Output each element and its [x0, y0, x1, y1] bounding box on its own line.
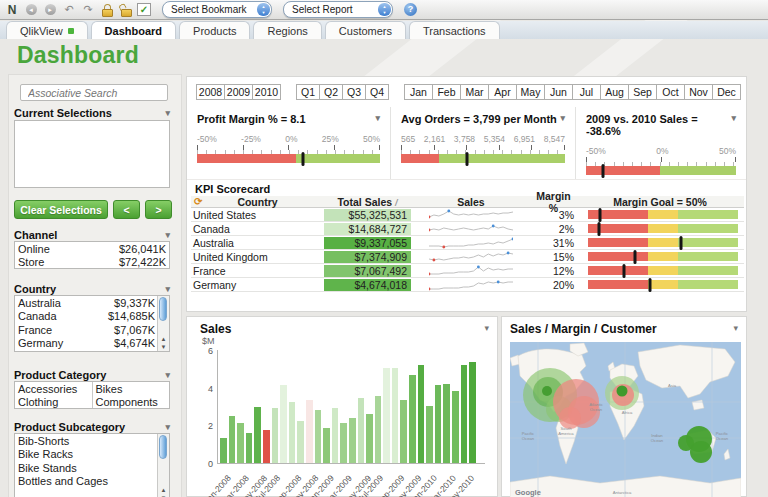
- col-header-sales[interactable]: Sales: [411, 196, 531, 208]
- filter-year-2008[interactable]: 2008: [196, 84, 225, 100]
- tab-regions[interactable]: Regions: [253, 21, 321, 39]
- sales-bar-Jun-2010[interactable]: [469, 362, 476, 463]
- filter-quarter-q4[interactable]: Q4: [365, 84, 389, 100]
- sales-bar-Jul-2008[interactable]: [272, 408, 279, 463]
- list-item[interactable]: Bike Stands: [15, 461, 158, 475]
- sales-bar-Feb-2009[interactable]: [332, 408, 339, 463]
- filter-month-jul[interactable]: Jul: [572, 84, 601, 100]
- list-item[interactable]: Components: [93, 396, 170, 410]
- sales-bar-May-2009[interactable]: [358, 398, 365, 463]
- table-row[interactable]: United Kingdom$7,374,90915%: [191, 250, 744, 264]
- bookmark-select[interactable]: Select Bookmark ▲▼: [162, 1, 272, 18]
- chevron-down-icon[interactable]: ▾: [560, 113, 565, 125]
- forward-selection-button[interactable]: >: [145, 200, 172, 219]
- filter-month-nov[interactable]: Nov: [684, 84, 713, 100]
- sales-bar-Jun-2008[interactable]: [263, 430, 270, 463]
- chevron-down-icon[interactable]: ▾: [731, 113, 736, 137]
- scroll-up-icon[interactable]: ▲: [158, 336, 169, 342]
- filter-year-2009[interactable]: 2009: [224, 84, 253, 100]
- sales-bar-Feb-2010[interactable]: [435, 385, 442, 463]
- list-item[interactable]: Bikes: [93, 382, 170, 396]
- sales-bar-Dec-2009[interactable]: [418, 365, 425, 463]
- chevron-down-icon[interactable]: ▾: [165, 284, 170, 294]
- table-row[interactable]: Canada$14,684,7272%: [191, 222, 744, 236]
- filter-month-sep[interactable]: Sep: [628, 84, 657, 100]
- sales-bar-Nov-2008[interactable]: [306, 400, 313, 463]
- sales-bar-May-2008[interactable]: [254, 407, 261, 463]
- sales-bar-Oct-2008[interactable]: [297, 421, 304, 463]
- sales-bar-Sep-2008[interactable]: [289, 402, 296, 463]
- chevron-down-icon[interactable]: ▾: [484, 323, 489, 333]
- sales-bar-Dec-2008[interactable]: [315, 410, 322, 463]
- sales-bar-Jul-2009[interactable]: [375, 396, 382, 463]
- chevron-down-icon[interactable]: ▾: [165, 230, 170, 240]
- refresh-icon[interactable]: ⟳: [194, 196, 202, 207]
- back-icon[interactable]: ◂: [23, 2, 39, 17]
- col-header-country[interactable]: ⟳Country: [191, 196, 324, 208]
- list-item[interactable]: Bike Racks: [15, 448, 158, 462]
- sales-bar-Apr-2009[interactable]: [349, 418, 356, 463]
- list-item[interactable]: Bib-Shorts: [15, 434, 158, 448]
- sales-bar-Nov-2009[interactable]: [409, 375, 416, 463]
- sales-bar-Aug-2009[interactable]: [383, 368, 390, 463]
- sales-bar-May-2010[interactable]: [461, 365, 468, 463]
- sales-bar-Mar-2009[interactable]: [340, 423, 347, 463]
- filter-month-may[interactable]: May: [516, 84, 545, 100]
- filter-month-jan[interactable]: Jan: [404, 84, 433, 100]
- map-bubble[interactable]: [617, 386, 628, 397]
- chevron-down-icon[interactable]: ▾: [165, 108, 170, 118]
- scroll-up-icon[interactable]: ▲: [158, 487, 169, 493]
- map-bubble[interactable]: [542, 386, 552, 396]
- filter-month-feb[interactable]: Feb: [432, 84, 461, 100]
- redo-icon[interactable]: ↷: [80, 2, 96, 17]
- list-item[interactable]: France$7,067K: [15, 323, 158, 337]
- chevron-down-icon[interactable]: ▾: [375, 113, 380, 125]
- search-input[interactable]: [24, 87, 169, 99]
- clear-selections-button[interactable]: Clear Selections: [14, 200, 108, 219]
- chevron-down-icon[interactable]: ▾: [733, 323, 738, 333]
- sales-bar-Aug-2008[interactable]: [280, 385, 287, 463]
- sales-bar-Sep-2009[interactable]: [392, 368, 399, 463]
- tab-qlikview[interactable]: QlikView: [6, 21, 88, 39]
- sales-bar-Jan-2010[interactable]: [426, 406, 433, 463]
- list-item[interactable]: Bottles and Cages: [15, 475, 158, 489]
- list-item[interactable]: Store$72,422K: [15, 256, 169, 270]
- list-item[interactable]: Germany$4,674K: [15, 337, 158, 351]
- undo-icon[interactable]: ↶: [61, 2, 77, 17]
- sales-bar-Feb-2008[interactable]: [229, 416, 236, 463]
- table-row[interactable]: Germany$4,674,01820%: [191, 278, 744, 292]
- chevron-down-icon[interactable]: ▾: [165, 422, 170, 432]
- col-header-margin-goal[interactable]: Margin Goal = 50%: [576, 196, 744, 208]
- list-item[interactable]: Canada$14,685K: [15, 310, 158, 324]
- filter-quarter-q1[interactable]: Q1: [296, 84, 320, 100]
- help-icon[interactable]: ?: [404, 3, 417, 16]
- report-select[interactable]: Select Report ▲▼: [283, 1, 393, 18]
- table-row[interactable]: United States$55,325,5313%: [191, 208, 744, 222]
- filter-month-apr[interactable]: Apr: [488, 84, 517, 100]
- sales-bar-Apr-2008[interactable]: [246, 433, 253, 463]
- scroll-down-icon[interactable]: ▼: [158, 344, 169, 350]
- scrollbar-thumb[interactable]: [159, 297, 167, 321]
- chevron-down-icon[interactable]: ▾: [165, 370, 170, 380]
- table-row[interactable]: France$7,067,49212%: [191, 264, 744, 278]
- filter-quarter-q2[interactable]: Q2: [319, 84, 343, 100]
- sales-bar-Jun-2009[interactable]: [366, 414, 373, 463]
- world-map[interactable]: AsiaAfricaSouthAmericaAtlanticOceanIndia…: [510, 342, 741, 497]
- filter-quarter-q3[interactable]: Q3: [342, 84, 366, 100]
- tab-customers[interactable]: Customers: [325, 21, 406, 39]
- list-item[interactable]: Online$26,041K: [15, 242, 169, 256]
- filter-year-2010[interactable]: 2010: [252, 84, 281, 100]
- sales-bar-Jan-2008[interactable]: [220, 438, 227, 463]
- navigate-first-icon[interactable]: N: [4, 2, 20, 17]
- scrollbar[interactable]: ▲▼: [157, 434, 169, 497]
- filter-month-dec[interactable]: Dec: [712, 84, 741, 100]
- scrollbar[interactable]: ▲▼: [157, 296, 169, 351]
- col-header-total-sales[interactable]: Total Sales /: [324, 196, 411, 208]
- apply-selection-icon[interactable]: ✓: [137, 3, 151, 16]
- unlock-icon[interactable]: [118, 2, 134, 17]
- tab-products[interactable]: Products: [179, 21, 250, 39]
- list-item[interactable]: Accessories: [15, 382, 92, 396]
- back-selection-button[interactable]: <: [113, 200, 140, 219]
- sales-bar-Apr-2010[interactable]: [452, 391, 459, 463]
- filter-month-aug[interactable]: Aug: [600, 84, 629, 100]
